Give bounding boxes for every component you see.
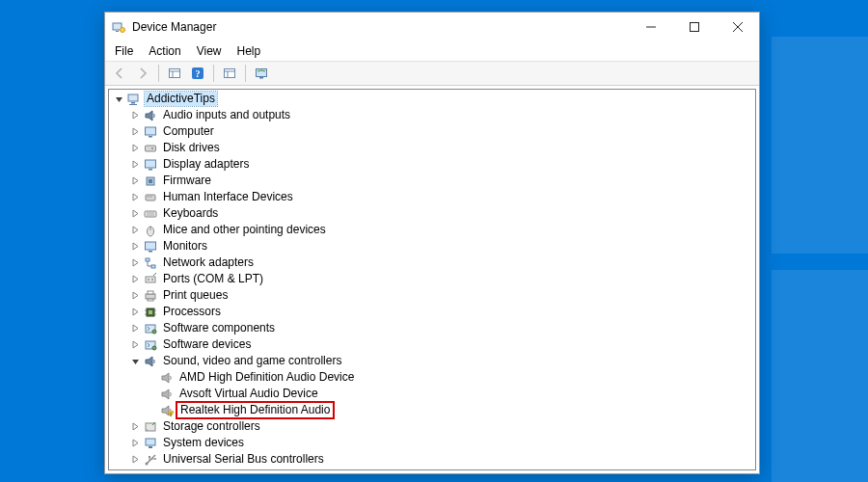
chevron-right-icon[interactable] [129,421,141,433]
svg-rect-7 [170,69,180,78]
chevron-right-icon[interactable] [129,307,141,318]
tree-item[interactable]: Realtek High Definition Audio [109,402,755,418]
tree-item-label[interactable]: Audio inputs and outputs [161,108,292,122]
device-tree[interactable]: AddictiveTipsAudio inputs and outputsCom… [108,89,756,470]
titlebar[interactable]: Device Manager [105,13,759,41]
tree-item-label[interactable]: Avsoft Virtual Audio Device [177,387,320,401]
chevron-right-icon[interactable] [129,159,141,171]
chevron-right-icon[interactable] [129,175,141,187]
tree-item-label[interactable]: Storage controllers [161,419,262,434]
tree-item-label[interactable]: Computer [161,124,216,139]
tree-item-label[interactable]: AMD High Definition Audio Device [177,370,356,385]
tree-item-label[interactable]: Firmware [161,174,213,188]
tree-item-label[interactable]: Ports (COM & LPT) [161,272,265,286]
tree-item[interactable]: Ports (COM & LPT) [109,271,755,287]
toolbar-help-button[interactable]: ? [187,63,208,84]
chevron-down-icon[interactable] [113,94,124,105]
tree-item[interactable]: Keyboards [109,205,755,222]
maximize-button[interactable] [672,13,716,41]
chevron-down-icon[interactable] [129,356,141,367]
tree-item[interactable]: Storage controllers [109,418,755,435]
chevron-right-icon[interactable] [129,257,141,269]
tree-item[interactable]: Mice and other pointing devices [109,222,755,238]
tree-item[interactable]: AddictiveTips [109,91,755,107]
chevron-right-icon[interactable] [129,192,141,203]
chevron-right-icon[interactable] [129,241,141,253]
tree-item[interactable]: Computer [109,123,755,140]
tree-item-label[interactable]: Mice and other pointing devices [161,223,328,237]
tree-item[interactable]: Audio inputs and outputs [109,107,755,123]
keyboard-icon [143,206,158,222]
chevron-right-icon[interactable] [129,274,141,285]
tree-item-label[interactable]: Sound, video and game controllers [161,354,343,368]
tree-item-label[interactable]: Keyboards [161,206,220,221]
svg-rect-43 [146,294,155,299]
tree-item[interactable]: System devices [109,435,755,451]
component-icon [143,321,158,336]
tree-item[interactable]: Sound, video and game controllers [109,353,755,369]
tree-item[interactable]: Network adapters [109,254,755,271]
expander-placeholder [146,372,157,384]
svg-rect-29 [148,196,149,197]
expander-placeholder [146,405,157,416]
close-button[interactable] [716,13,759,41]
svg-rect-4 [690,23,698,32]
svg-rect-31 [145,211,156,217]
tree-item-label[interactable]: Network adapters [161,255,256,270]
tree-item-label[interactable]: Disk drives [161,141,222,155]
chevron-right-icon[interactable] [129,208,141,220]
tree-item[interactable]: Processors [109,304,755,320]
svg-point-59 [147,429,148,430]
chevron-right-icon[interactable] [129,290,141,302]
tree-item-label[interactable]: Human Interface Devices [161,190,295,204]
tree-item-label[interactable]: AddictiveTips [145,92,217,106]
tree-item-label[interactable]: Software devices [161,337,253,352]
svg-rect-63 [149,456,150,458]
tree-item[interactable]: Software components [109,320,755,336]
chevron-right-icon[interactable] [129,339,141,351]
tree-item-label[interactable]: Realtek High Definition Audio [177,403,333,417]
svg-text:?: ? [196,68,201,79]
tree-item[interactable]: Human Interface Devices [109,189,755,205]
toolbar-properties-button[interactable] [219,63,240,84]
chevron-right-icon[interactable] [129,126,141,138]
menu-view[interactable]: View [191,43,228,59]
minimize-button[interactable] [629,13,672,41]
tree-item[interactable]: Software devices [109,336,755,353]
speaker-grey-icon [159,370,175,386]
chevron-right-icon[interactable] [129,110,141,121]
tree-item[interactable]: Universal Serial Bus controllers [109,451,755,468]
tree-item-label[interactable]: Processors [161,305,223,319]
tree-item[interactable]: Firmware [109,173,755,189]
monitor-icon [143,239,158,254]
tree-item-label[interactable]: Universal Serial Bus controllers [161,452,326,467]
svg-rect-24 [146,160,156,168]
tree-item[interactable]: Monitors [109,238,755,254]
tree-item-label[interactable]: Software components [161,321,277,335]
tree-item-label[interactable]: Monitors [161,239,209,254]
chevron-right-icon[interactable] [129,438,141,449]
toolbar-show-hidden-button[interactable] [164,63,185,84]
chevron-right-icon[interactable] [129,323,141,335]
tree-item-label[interactable]: System devices [161,436,246,450]
menu-file[interactable]: File [109,43,139,59]
tree-item[interactable]: AMD High Definition Audio Device [109,369,755,386]
svg-point-53 [152,330,156,334]
hid-icon [143,190,158,205]
toolbar-forward-button [132,63,153,84]
svg-rect-60 [146,439,155,445]
tree-item[interactable]: Disk drives [109,140,755,156]
toolbar-scan-button[interactable] [251,63,272,84]
svg-point-42 [151,279,153,281]
tree-item[interactable]: Avsoft Virtual Audio Device [109,386,755,402]
menu-help[interactable]: Help [231,43,267,59]
chevron-right-icon[interactable] [129,454,141,466]
tree-item-label[interactable]: Display adapters [161,157,251,172]
tree-item-label[interactable]: Print queues [161,288,230,303]
tree-item[interactable]: Display adapters [109,156,755,173]
tree-item[interactable]: Print queues [109,287,755,304]
printer-icon [143,288,158,304]
chevron-right-icon[interactable] [129,143,141,154]
chevron-right-icon[interactable] [129,225,141,236]
menu-action[interactable]: Action [143,43,186,59]
